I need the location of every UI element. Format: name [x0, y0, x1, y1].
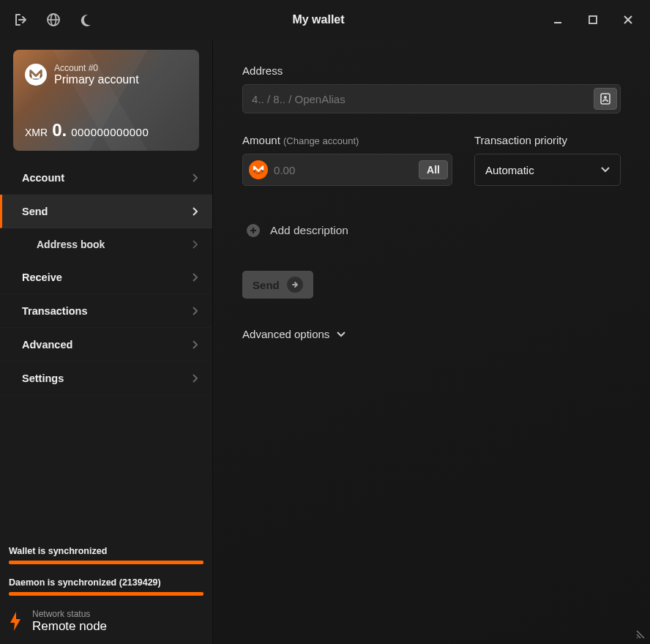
svg-point-9 — [604, 96, 607, 99]
nav-label: Receive — [22, 272, 62, 283]
send-button[interactable]: Send — [242, 271, 313, 299]
nav-address-book[interactable]: Address book — [0, 228, 212, 261]
amount-input[interactable] — [274, 164, 413, 176]
close-button[interactable] — [613, 8, 643, 31]
chevron-right-icon — [192, 307, 198, 315]
chevron-down-icon — [601, 167, 610, 173]
nav-label: Account — [22, 172, 64, 184]
wallet-sync-status: Wallet is synchronized — [9, 546, 203, 556]
sidebar: Account #0 Primary account XMR 0. 000000… — [0, 40, 213, 644]
account-name: Primary account — [54, 73, 139, 86]
daemon-sync-progress — [9, 592, 203, 596]
monero-icon — [249, 160, 268, 179]
nav-advanced[interactable]: Advanced — [0, 328, 212, 362]
amount-input-row: All — [242, 154, 452, 186]
priority-value: Automatic — [485, 164, 534, 176]
nav-label: Transactions — [22, 305, 87, 317]
svg-rect-4 — [589, 16, 597, 23]
balance-integer: 0. — [52, 120, 67, 141]
advanced-options-label: Advanced options — [242, 328, 329, 340]
chevron-right-icon — [192, 374, 198, 383]
add-description-label: Add description — [270, 224, 348, 237]
change-account-link[interactable]: (Change account) — [283, 135, 359, 146]
nav-transactions[interactable]: Transactions — [0, 294, 212, 328]
arrow-right-icon — [287, 277, 303, 293]
chevron-right-icon — [192, 273, 198, 282]
account-number: Account #0 — [54, 63, 139, 73]
bolt-icon — [9, 611, 22, 632]
balance-currency: XMR — [25, 127, 48, 138]
window-title: My wallet — [94, 13, 543, 26]
chevron-right-icon — [192, 240, 198, 249]
address-book-button[interactable] — [594, 88, 617, 110]
wallet-sync-progress — [9, 561, 203, 564]
nav-label: Send — [22, 206, 48, 217]
balance: XMR 0. 000000000000 — [25, 120, 149, 141]
address-input[interactable] — [252, 93, 594, 105]
address-label: Address — [242, 64, 621, 77]
account-card[interactable]: Account #0 Primary account XMR 0. 000000… — [13, 50, 199, 151]
nav-settings[interactable]: Settings — [0, 362, 212, 395]
chevron-down-icon — [337, 332, 345, 337]
network-status-label: Network status — [32, 609, 107, 619]
network-status[interactable]: Network status Remote node — [9, 609, 203, 634]
nav-send[interactable]: Send — [0, 195, 212, 228]
daemon-sync-status: Daemon is synchronized (2139429) — [9, 577, 203, 588]
resize-handle-icon[interactable] — [635, 629, 646, 640]
amount-all-button[interactable]: All — [419, 160, 448, 179]
plus-icon — [247, 224, 260, 237]
chevron-right-icon — [192, 173, 198, 182]
minimize-button[interactable] — [543, 8, 572, 31]
address-input-row — [242, 84, 621, 113]
titlebar: My wallet — [0, 0, 650, 40]
nav-label: Advanced — [22, 339, 72, 351]
advanced-options-toggle[interactable]: Advanced options — [242, 328, 621, 340]
send-button-label: Send — [253, 279, 280, 291]
chevron-right-icon — [192, 207, 198, 216]
network-status-value: Remote node — [32, 619, 107, 634]
amount-label: Amount (Change account) — [242, 134, 452, 146]
nav-label: Address book — [37, 239, 105, 250]
send-panel: Address Amount (Change account) All — [213, 40, 650, 644]
nav-label: Settings — [22, 372, 64, 384]
nav-account[interactable]: Account — [0, 161, 212, 195]
priority-label: Transaction priority — [474, 134, 621, 146]
maximize-button[interactable] — [578, 8, 608, 31]
priority-select[interactable]: Automatic — [474, 154, 621, 186]
logout-icon[interactable] — [13, 12, 29, 28]
moon-icon[interactable] — [78, 12, 94, 28]
globe-icon[interactable] — [45, 12, 61, 28]
chevron-right-icon — [192, 340, 198, 349]
monero-logo-icon — [25, 64, 47, 86]
add-description-button[interactable]: Add description — [242, 224, 621, 237]
balance-decimal: 000000000000 — [71, 126, 149, 138]
nav-receive[interactable]: Receive — [0, 261, 212, 294]
